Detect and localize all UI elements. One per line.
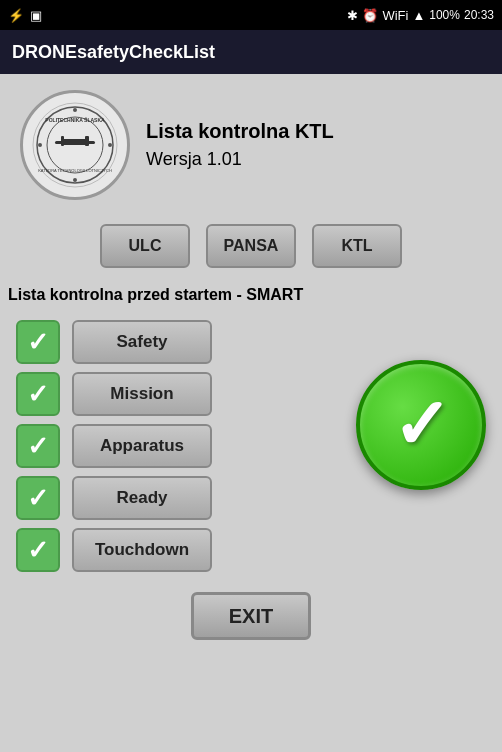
exit-row: EXIT: [0, 582, 502, 656]
checklist-row-safety: ✓ Safety: [16, 320, 486, 364]
svg-rect-6: [61, 136, 64, 146]
alarm-icon: ⏰: [362, 8, 378, 23]
status-bar: ⚡ ▣ ✱ ⏰ WiFi ▲ 100% 20:33: [0, 0, 502, 30]
usb-icon: ⚡: [8, 8, 24, 23]
ulc-button[interactable]: ULC: [100, 224, 190, 268]
svg-point-9: [38, 143, 42, 147]
logo-inner: POLITECHNIKA ŚLĄSKA KATEDRA TECHNOLOGII …: [23, 93, 127, 197]
title-bar: DRONEsafetyCheckList: [0, 30, 502, 74]
status-bar-left: ⚡ ▣: [8, 8, 42, 23]
header-version: Wersja 1.01: [146, 149, 334, 170]
status-bar-right: ✱ ⏰ WiFi ▲ 100% 20:33: [347, 8, 494, 23]
header-text: Lista kontrolna KTL Wersja 1.01: [146, 120, 334, 170]
header-title: Lista kontrolna KTL: [146, 120, 334, 143]
bluetooth-icon: ✱: [347, 8, 358, 23]
svg-point-8: [73, 178, 77, 182]
checkmark-mission: ✓: [27, 381, 49, 407]
svg-rect-5: [85, 136, 89, 146]
big-check-container: ✓: [356, 360, 486, 490]
touchdown-button[interactable]: Touchdown: [72, 528, 212, 572]
subtitle: Lista kontrolna przed startem - SMART: [0, 280, 502, 310]
checkbox-ready[interactable]: ✓: [16, 476, 60, 520]
header-section: POLITECHNIKA ŚLĄSKA KATEDRA TECHNOLOGII …: [0, 74, 502, 216]
apparatus-button[interactable]: Apparatus: [72, 424, 212, 468]
mission-button[interactable]: Mission: [72, 372, 212, 416]
wifi-icon: WiFi: [382, 8, 408, 23]
exit-button[interactable]: EXIT: [191, 592, 311, 640]
ready-button[interactable]: Ready: [72, 476, 212, 520]
checkbox-mission[interactable]: ✓: [16, 372, 60, 416]
nav-buttons-row: ULC PANSA KTL: [100, 224, 402, 268]
checklist-row-touchdown: ✓ Touchdown: [16, 528, 486, 572]
big-checkmark-icon: ✓: [392, 390, 451, 460]
safety-button[interactable]: Safety: [72, 320, 212, 364]
svg-point-7: [73, 108, 77, 112]
svg-text:KATEDRA TECHNOLOGII LOTNICZYCH: KATEDRA TECHNOLOGII LOTNICZYCH: [38, 168, 112, 173]
signal-icon: ▲: [412, 8, 425, 23]
big-green-check: ✓: [356, 360, 486, 490]
app-title: DRONEsafetyCheckList: [12, 42, 215, 63]
checkbox-touchdown[interactable]: ✓: [16, 528, 60, 572]
university-logo-svg: POLITECHNIKA ŚLĄSKA KATEDRA TECHNOLOGII …: [30, 100, 120, 190]
checkmark-touchdown: ✓: [27, 537, 49, 563]
checklist-area: ✓ Safety ✓ Mission ✓ Apparatus ✓ Ready: [0, 310, 502, 582]
screen-icon: ▣: [30, 8, 42, 23]
main-content: POLITECHNIKA ŚLĄSKA KATEDRA TECHNOLOGII …: [0, 74, 502, 752]
pansa-button[interactable]: PANSA: [206, 224, 296, 268]
time-display: 20:33: [464, 8, 494, 22]
checkbox-apparatus[interactable]: ✓: [16, 424, 60, 468]
checkmark-apparatus: ✓: [27, 433, 49, 459]
checkmark-safety: ✓: [27, 329, 49, 355]
battery-text: 100%: [429, 8, 460, 22]
checkmark-ready: ✓: [27, 485, 49, 511]
ktl-button[interactable]: KTL: [312, 224, 402, 268]
svg-point-10: [108, 143, 112, 147]
checkbox-safety[interactable]: ✓: [16, 320, 60, 364]
svg-text:POLITECHNIKA ŚLĄSKA: POLITECHNIKA ŚLĄSKA: [45, 117, 105, 123]
logo: POLITECHNIKA ŚLĄSKA KATEDRA TECHNOLOGII …: [20, 90, 130, 200]
